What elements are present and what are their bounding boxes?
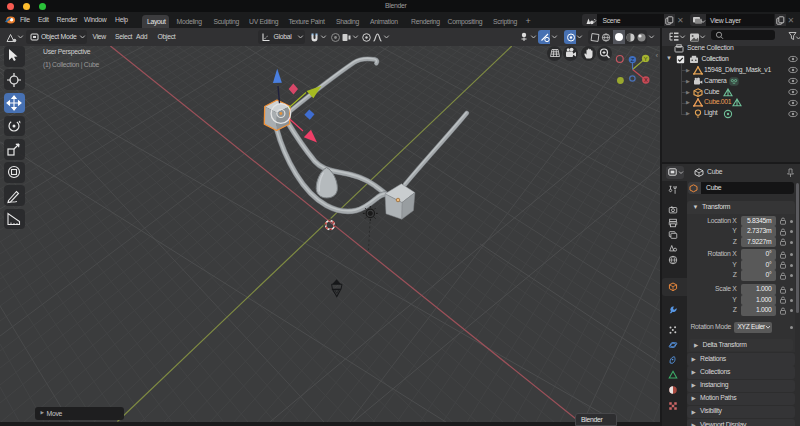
svg-text:Y: Y [644, 56, 648, 62]
svg-text:X: X [644, 77, 648, 83]
